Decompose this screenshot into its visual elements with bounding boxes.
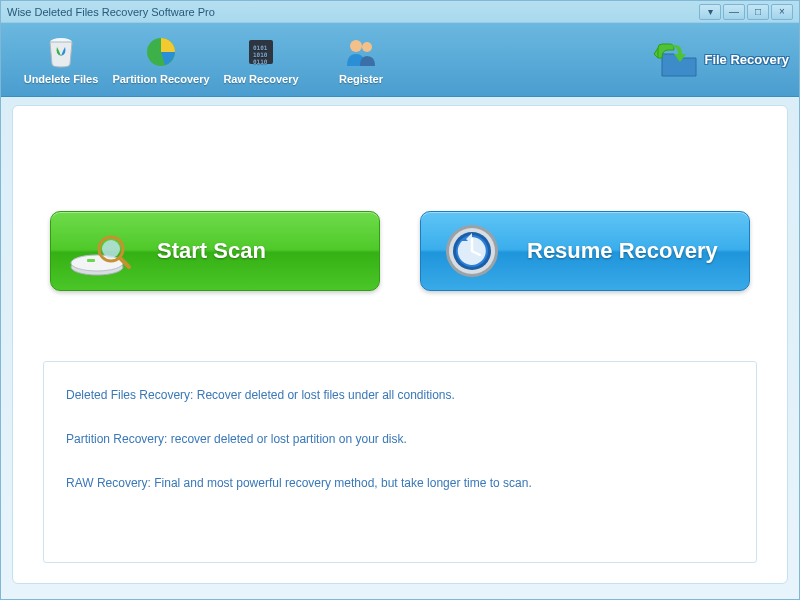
svg-point-12 [102, 240, 120, 258]
content-panel: Start Scan Resume Recovery Deleted Files… [12, 105, 788, 584]
toolbar-partition-recovery[interactable]: Partition Recovery [111, 26, 211, 94]
recycle-bin-icon [43, 34, 79, 70]
svg-point-7 [362, 42, 372, 52]
svg-text:0101: 0101 [253, 44, 268, 51]
titlebar: Wise Deleted Files Recovery Software Pro… [1, 1, 799, 23]
clock-restore-icon [437, 221, 507, 281]
toolbar: Undelete Files Partition Recovery 010110… [1, 23, 799, 97]
svg-rect-10 [87, 259, 95, 262]
info-partition: Partition Recovery: recover deleted or l… [66, 432, 734, 446]
info-raw: RAW Recovery: Final and most powerful re… [66, 476, 734, 490]
info-deleted-files: Deleted Files Recovery: Recover deleted … [66, 388, 734, 402]
toolbar-label: Register [339, 73, 383, 85]
start-scan-button[interactable]: Start Scan [50, 211, 380, 291]
svg-point-6 [350, 40, 362, 52]
toolbar-label: Undelete Files [24, 73, 99, 85]
pie-chart-icon [143, 34, 179, 70]
toolbar-raw-recovery[interactable]: 010110100110 Raw Recovery [211, 26, 311, 94]
logo-text: File Recovery [704, 52, 789, 67]
toolbar-label: Partition Recovery [112, 73, 209, 85]
toolbar-undelete-files[interactable]: Undelete Files [11, 26, 111, 94]
people-icon [343, 34, 379, 70]
svg-point-9 [71, 255, 123, 271]
svg-text:1010: 1010 [253, 51, 268, 58]
folder-arrow-icon [652, 40, 700, 80]
maximize-button[interactable]: □ [747, 4, 769, 20]
window-title: Wise Deleted Files Recovery Software Pro [7, 6, 699, 18]
close-button[interactable]: × [771, 4, 793, 20]
resume-recovery-button[interactable]: Resume Recovery [420, 211, 750, 291]
svg-text:0110: 0110 [253, 58, 268, 65]
minimize-button[interactable]: — [723, 4, 745, 20]
resume-recovery-label: Resume Recovery [527, 238, 718, 264]
toolbar-register[interactable]: Register [311, 26, 411, 94]
dropdown-button[interactable]: ▾ [699, 4, 721, 20]
app-logo: File Recovery [652, 40, 789, 80]
window-controls: ▾ — □ × [699, 4, 793, 20]
start-scan-label: Start Scan [157, 238, 266, 264]
toolbar-label: Raw Recovery [223, 73, 298, 85]
actions-row: Start Scan Resume Recovery [13, 211, 787, 291]
info-box: Deleted Files Recovery: Recover deleted … [43, 361, 757, 563]
drive-scan-icon [67, 221, 137, 281]
binary-icon: 010110100110 [243, 34, 279, 70]
